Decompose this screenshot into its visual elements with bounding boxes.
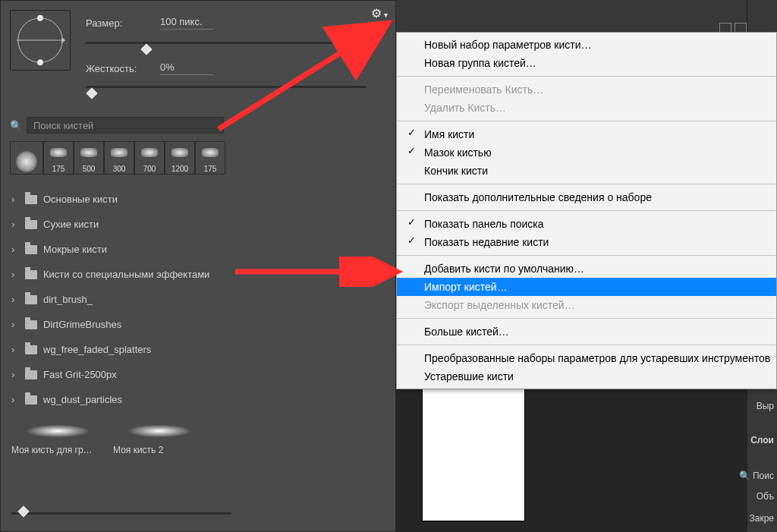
brush-search-input[interactable] bbox=[27, 117, 224, 134]
menu-separator bbox=[397, 210, 776, 211]
chevron-right-icon: › bbox=[11, 194, 19, 205]
brush-folder[interactable]: ›Мокрые кисти bbox=[8, 237, 388, 262]
size-value-field[interactable]: 100 пикс. bbox=[160, 14, 213, 30]
menu-item[interactable]: Новый набор параметров кисти… bbox=[397, 36, 776, 54]
recent-brush[interactable]: 500 bbox=[74, 141, 104, 175]
recent-brush[interactable] bbox=[10, 141, 43, 175]
brush-tip-preview[interactable] bbox=[10, 10, 71, 71]
folder-icon bbox=[25, 395, 37, 405]
menu-item[interactable]: Показать панель поиска bbox=[397, 215, 776, 233]
chevron-right-icon: › bbox=[11, 219, 19, 230]
size-label: Размер: bbox=[86, 17, 122, 29]
folder-icon bbox=[25, 270, 37, 279]
recent-brush[interactable]: 175 bbox=[195, 141, 225, 175]
hardness-slider-track[interactable] bbox=[86, 86, 366, 88]
gear-icon: ⚙ bbox=[371, 7, 382, 20]
brush-thumbnail[interactable]: Моя кисть для гр… bbox=[11, 422, 104, 455]
menu-item[interactable]: Импорт кистей… bbox=[397, 278, 776, 296]
brush-presets-panel: Размер: 100 пикс. Жесткость: 0% ⚙▾ 🔍 175… bbox=[0, 0, 396, 532]
chevron-right-icon: › bbox=[11, 269, 19, 280]
folder-icon bbox=[25, 245, 37, 254]
menu-item[interactable]: Новая группа кистей… bbox=[397, 54, 776, 72]
recent-brush[interactable]: 175 bbox=[43, 141, 74, 175]
menu-item[interactable]: Устаревшие кисти bbox=[397, 367, 776, 386]
menu-separator bbox=[397, 255, 776, 256]
menu-item: Экспорт выделенных кистей… bbox=[397, 296, 776, 314]
menu-separator bbox=[397, 318, 776, 319]
svg-point-3 bbox=[37, 15, 43, 21]
chevron-right-icon: › bbox=[11, 294, 19, 305]
search-icon: 🔍 bbox=[739, 471, 750, 481]
chevron-down-icon: ▾ bbox=[384, 11, 388, 19]
hardness-label: Жесткость: bbox=[86, 63, 137, 74]
menu-item[interactable]: Показать недавние кисти bbox=[397, 233, 776, 251]
folder-icon bbox=[25, 370, 37, 379]
brush-thumbnail[interactable]: Моя кисть 2 bbox=[113, 422, 206, 455]
chevron-right-icon: › bbox=[11, 369, 19, 380]
chevron-right-icon: › bbox=[11, 319, 19, 330]
menu-separator bbox=[397, 184, 776, 184]
menu-separator bbox=[397, 76, 776, 77]
recent-brush[interactable]: 700 bbox=[134, 141, 165, 175]
folder-icon bbox=[25, 345, 37, 354]
recent-brush[interactable]: 300 bbox=[104, 141, 134, 175]
brush-folder[interactable]: ›dirt_brush_ bbox=[8, 287, 388, 312]
search-icon: 🔍 bbox=[10, 120, 22, 131]
layers-filter-row[interactable]: 🔍Поис bbox=[739, 471, 774, 481]
menu-item[interactable]: Больше кистей… bbox=[397, 323, 776, 341]
menu-item[interactable]: Имя кисти bbox=[397, 125, 776, 143]
folder-icon bbox=[25, 195, 37, 204]
hardness-value-field[interactable]: 0% bbox=[160, 60, 213, 75]
menu-item[interactable]: Добавить кисти по умолчанию… bbox=[397, 260, 776, 278]
menu-separator bbox=[397, 121, 776, 121]
size-slider-thumb[interactable] bbox=[140, 43, 153, 55]
chevron-right-icon: › bbox=[11, 394, 19, 405]
menu-item: Удалить Кисть… bbox=[397, 99, 776, 117]
panel-section-sub: Выр bbox=[757, 401, 774, 411]
menu-item[interactable]: Показать дополнительные сведения о набор… bbox=[397, 188, 776, 206]
brush-folder[interactable]: ›wg_dust_particles bbox=[8, 387, 388, 412]
menu-item[interactable]: Кончик кисти bbox=[397, 162, 776, 180]
menu-item[interactable]: Преобразованные наборы параметров для ус… bbox=[397, 349, 776, 367]
svg-marker-2 bbox=[61, 37, 65, 43]
brush-folder[interactable]: ›Кисти со специальными эффектами bbox=[8, 262, 388, 287]
hardness-slider-thumb[interactable] bbox=[86, 87, 98, 99]
layers-lock-row: Закре bbox=[749, 513, 774, 524]
panel-options-button[interactable]: ⚙▾ bbox=[366, 4, 392, 23]
thumbnail-size-thumb[interactable] bbox=[17, 505, 30, 518]
menu-separator bbox=[397, 345, 776, 345]
brush-folder[interactable]: ›wg_free_faded_splatters bbox=[8, 337, 388, 362]
brush-panel-context-menu: Новый набор параметров кисти…Новая групп… bbox=[396, 32, 777, 389]
brush-folder-list: ›Основные кисти ›Сухие кисти ›Мокрые кис… bbox=[8, 187, 388, 412]
recent-brushes-strip: 175 500 300 700 1200 175 bbox=[10, 141, 225, 175]
layers-obj-row: Объ bbox=[757, 491, 774, 502]
folder-icon bbox=[25, 295, 37, 304]
brush-folder[interactable]: ›DirtGrimeBrushes bbox=[8, 312, 388, 337]
brush-settings-area: Размер: 100 пикс. Жесткость: 0% bbox=[1, 1, 395, 92]
brush-folder[interactable]: ›Сухие кисти bbox=[8, 212, 388, 237]
brush-folder[interactable]: ›Основные кисти bbox=[8, 187, 388, 212]
brush-search-row: 🔍 bbox=[10, 115, 238, 136]
folder-icon bbox=[25, 220, 37, 229]
size-slider-track[interactable] bbox=[86, 42, 366, 44]
chevron-right-icon: › bbox=[11, 344, 19, 355]
menu-item: Переименовать Кисть… bbox=[397, 80, 776, 99]
layers-panel-tab[interactable]: Слои bbox=[750, 435, 774, 445]
recent-brush[interactable]: 1200 bbox=[165, 141, 195, 175]
svg-point-4 bbox=[37, 59, 43, 65]
folder-icon bbox=[25, 320, 37, 329]
thumbnail-size-slider[interactable] bbox=[11, 512, 231, 515]
menu-item[interactable]: Мазок кистью bbox=[397, 143, 776, 162]
brush-folder[interactable]: ›Fast Grit-2500px bbox=[8, 362, 388, 387]
chevron-right-icon: › bbox=[11, 244, 19, 255]
user-brush-thumbnails: Моя кисть для гр… Моя кисть 2 bbox=[11, 422, 206, 455]
